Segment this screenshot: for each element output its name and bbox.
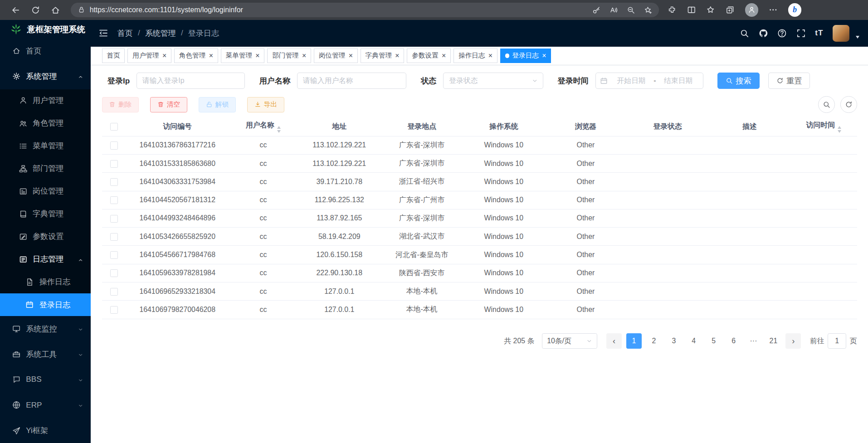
close-icon[interactable]: × bbox=[395, 52, 399, 59]
sort-icon[interactable] bbox=[277, 126, 281, 132]
browser-back-button[interactable] bbox=[7, 2, 24, 18]
delete-button[interactable]: 删除 bbox=[102, 97, 139, 112]
tab-9[interactable]: 登录日志× bbox=[500, 49, 551, 63]
row-checkbox[interactable] bbox=[110, 269, 118, 277]
help-icon[interactable] bbox=[777, 29, 787, 38]
close-icon[interactable]: × bbox=[255, 52, 259, 59]
next-page-button[interactable]: › bbox=[785, 333, 801, 349]
search-button[interactable]: 搜索 bbox=[717, 73, 759, 89]
split-screen-icon[interactable] bbox=[687, 5, 696, 15]
goto-page-input[interactable] bbox=[828, 333, 847, 349]
close-icon[interactable]: × bbox=[542, 52, 546, 59]
clear-button[interactable]: 清空 bbox=[150, 97, 187, 112]
select-all-checkbox[interactable] bbox=[110, 123, 118, 131]
extensions-icon[interactable] bbox=[668, 5, 677, 15]
page-3-button[interactable]: 3 bbox=[666, 333, 682, 349]
page-21-button[interactable]: 21 bbox=[766, 333, 781, 349]
sidebar-item-login-log[interactable]: 登录日志 bbox=[0, 293, 91, 316]
row-checkbox[interactable] bbox=[110, 196, 118, 204]
user-name-input[interactable] bbox=[297, 73, 407, 89]
tab-8[interactable]: 操作日志× bbox=[454, 49, 497, 63]
collections-icon[interactable] bbox=[726, 5, 735, 15]
close-icon[interactable]: × bbox=[442, 52, 446, 59]
sidebar-item-system-tools[interactable]: 系统工具 bbox=[0, 341, 91, 367]
sidebar-item-dept-management[interactable]: 部门管理 bbox=[0, 157, 91, 180]
zoom-out-icon[interactable] bbox=[627, 6, 635, 14]
date-range-picker[interactable]: 开始日期 - 结束日期 bbox=[595, 73, 703, 89]
sidebar-item-dict-management[interactable]: 字典管理 bbox=[0, 203, 91, 225]
more-pages-button[interactable]: ··· bbox=[746, 333, 761, 349]
sidebar-item-log-management[interactable]: 日志管理 bbox=[0, 248, 91, 271]
tab-1[interactable]: 用户管理× bbox=[127, 49, 171, 63]
font-size-icon[interactable]: tT bbox=[815, 29, 824, 38]
row-checkbox[interactable] bbox=[110, 215, 118, 223]
row-checkbox[interactable] bbox=[110, 141, 118, 149]
sidebar-item-param-settings[interactable]: 参数设置 bbox=[0, 225, 91, 248]
browser-home-button[interactable] bbox=[47, 2, 64, 18]
bing-icon[interactable]: b bbox=[788, 3, 801, 16]
user-avatar[interactable] bbox=[833, 25, 849, 42]
tab-7[interactable]: 参数设置× bbox=[407, 49, 451, 63]
tab-6[interactable]: 字典管理× bbox=[361, 49, 405, 63]
sort-icon[interactable] bbox=[838, 126, 841, 132]
app-logo[interactable]: 意框架管理系统 bbox=[0, 20, 91, 38]
row-checkbox[interactable] bbox=[110, 178, 118, 186]
unlock-button[interactable]: 解锁 bbox=[199, 97, 235, 112]
column-header-1[interactable]: 用户名称 bbox=[229, 117, 298, 136]
browser-refresh-button[interactable] bbox=[27, 2, 44, 18]
row-checkbox[interactable] bbox=[110, 288, 118, 296]
row-checkbox[interactable] bbox=[110, 251, 118, 259]
breadcrumb-system[interactable]: 系统管理 bbox=[145, 28, 176, 39]
more-icon[interactable] bbox=[769, 5, 778, 15]
row-checkbox[interactable] bbox=[110, 233, 118, 241]
reset-button[interactable]: 重置 bbox=[768, 73, 810, 89]
profile-button[interactable] bbox=[745, 3, 758, 16]
sidebar-item-operation-log[interactable]: 操作日志 bbox=[0, 271, 91, 293]
sidebar-toggle-icon[interactable] bbox=[98, 28, 108, 38]
fullscreen-icon[interactable] bbox=[796, 29, 806, 38]
sidebar-item-erp[interactable]: ERP bbox=[0, 392, 91, 418]
sidebar-item-menu-management[interactable]: 菜单管理 bbox=[0, 135, 91, 157]
close-icon[interactable]: × bbox=[302, 52, 306, 59]
login-ip-input[interactable] bbox=[137, 73, 245, 89]
close-icon[interactable]: × bbox=[209, 52, 213, 59]
row-checkbox[interactable] bbox=[110, 306, 118, 314]
sidebar-item-yi-framework[interactable]: Yi框架 bbox=[0, 418, 91, 443]
address-bar[interactable]: https://ccnetcore.com:1101/system/log/lo… bbox=[71, 3, 658, 17]
breadcrumb-home[interactable]: 首页 bbox=[117, 28, 133, 39]
refresh-table-button[interactable] bbox=[840, 96, 857, 113]
page-4-button[interactable]: 4 bbox=[686, 333, 702, 349]
status-select[interactable]: 登录状态 bbox=[443, 73, 543, 89]
page-size-select[interactable]: 10条/页 bbox=[542, 333, 597, 349]
sidebar-item-system-monitor[interactable]: 系统监控 bbox=[0, 316, 91, 341]
page-5-button[interactable]: 5 bbox=[706, 333, 722, 349]
key-icon[interactable] bbox=[592, 6, 600, 14]
close-icon[interactable]: × bbox=[162, 52, 166, 59]
export-button[interactable]: 导出 bbox=[247, 97, 284, 112]
page-1-button[interactable]: 1 bbox=[626, 333, 642, 349]
close-icon[interactable]: × bbox=[488, 52, 493, 59]
prev-page-button[interactable]: ‹ bbox=[606, 333, 622, 349]
column-header-8[interactable]: 访问时间 bbox=[790, 117, 857, 136]
sidebar-item-post-management[interactable]: 岗位管理 bbox=[0, 180, 91, 203]
sidebar-item-role-management[interactable]: 角色管理 bbox=[0, 112, 91, 135]
sidebar-item-home[interactable]: 首页 bbox=[0, 38, 91, 63]
tab-3[interactable]: 菜单管理× bbox=[221, 49, 265, 63]
toggle-search-button[interactable] bbox=[818, 96, 835, 113]
favorites-icon[interactable] bbox=[706, 5, 715, 15]
search-icon[interactable] bbox=[740, 29, 749, 38]
page-2-button[interactable]: 2 bbox=[646, 333, 662, 349]
github-icon[interactable] bbox=[759, 29, 768, 38]
sidebar-item-system-management[interactable]: 系统管理 bbox=[0, 63, 91, 89]
page-6-button[interactable]: 6 bbox=[726, 333, 741, 349]
sidebar-item-user-management[interactable]: 用户管理 bbox=[0, 89, 91, 112]
close-icon[interactable]: × bbox=[349, 52, 353, 59]
add-favorite-icon[interactable] bbox=[644, 6, 652, 14]
sidebar-item-bbs[interactable]: BBS bbox=[0, 367, 91, 392]
tab-2[interactable]: 角色管理× bbox=[174, 49, 218, 63]
read-aloud-icon[interactable] bbox=[610, 6, 618, 14]
tab-4[interactable]: 部门管理× bbox=[267, 49, 311, 63]
tab-5[interactable]: 岗位管理× bbox=[314, 49, 358, 63]
tab-0[interactable]: 首页 bbox=[102, 49, 125, 63]
row-checkbox[interactable] bbox=[110, 160, 118, 168]
